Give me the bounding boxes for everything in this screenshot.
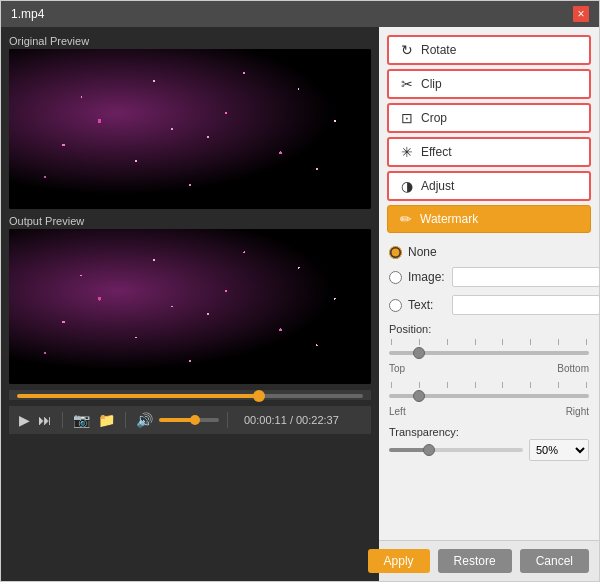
adjust-icon: ◑	[399, 178, 415, 194]
output-video-bg	[9, 229, 371, 384]
text-radio-row: Text: T ▦	[389, 295, 589, 315]
lr-labels: Left Right	[389, 406, 589, 417]
tick-lr-5	[502, 382, 503, 388]
top-label: Top	[389, 363, 405, 374]
watermark-panel: None Image: ... Text: T	[379, 237, 599, 540]
time-current: 00:00:11	[244, 414, 287, 426]
restore-button[interactable]: Restore	[438, 549, 512, 573]
left-panel: Original Preview Output Preview	[1, 27, 379, 581]
text-label[interactable]: Text:	[408, 298, 446, 312]
time-display: 00:00:11 / 00:22:37	[244, 414, 339, 426]
image-radio[interactable]	[389, 271, 402, 284]
position-tb-slider[interactable]	[389, 351, 589, 355]
none-radio-row: None	[389, 245, 589, 259]
clip-icon: ✂	[399, 76, 415, 92]
tb-labels: Top Bottom	[389, 363, 589, 374]
rotate-button[interactable]: ↻ Rotate	[387, 35, 591, 65]
time-total: 00:22:37	[296, 414, 339, 426]
crop-button[interactable]: ⊡ Crop	[387, 103, 591, 133]
tick-lr-3	[447, 382, 448, 388]
adjust-label: Adjust	[421, 179, 454, 193]
divider-1	[62, 412, 63, 428]
play-button[interactable]: ▶	[17, 410, 32, 430]
watermark-icon: ✏	[398, 211, 414, 227]
output-preview-section: Output Preview	[9, 215, 371, 384]
position-lr-slider[interactable]	[389, 394, 589, 398]
transparency-section: Transparency: 50%	[389, 425, 589, 461]
tick-5	[502, 339, 503, 345]
progress-area	[9, 390, 371, 400]
transparency-thumb	[423, 444, 435, 456]
original-sparkles	[9, 49, 371, 209]
none-label[interactable]: None	[408, 245, 446, 259]
position-label: Position:	[389, 323, 589, 335]
clip-label: Clip	[421, 77, 442, 91]
right-panel: ↻ Rotate ✂ Clip ⊡ Crop ✳ Effect ◑ Adju	[379, 27, 599, 581]
tick-lr-2	[419, 382, 420, 388]
position-lr-thumb	[413, 390, 425, 402]
tick-2	[419, 339, 420, 345]
close-button[interactable]: ×	[573, 6, 589, 22]
tick-lr-1	[391, 382, 392, 388]
tick-8	[586, 339, 587, 345]
left-label: Left	[389, 406, 406, 417]
none-radio[interactable]	[389, 246, 402, 259]
transparency-label: Transparency:	[389, 426, 459, 438]
output-video-preview	[9, 229, 371, 384]
tick-3	[447, 339, 448, 345]
transparency-select[interactable]: 50%	[529, 439, 589, 461]
position-section: Position:	[389, 323, 589, 417]
progress-thumb	[253, 390, 265, 402]
volume-slider[interactable]	[159, 418, 219, 422]
time-separator: /	[287, 414, 296, 426]
position-lr-slider-wrap	[389, 382, 589, 404]
right-label: Right	[566, 406, 589, 417]
effect-icon: ✳	[399, 144, 415, 160]
tick-6	[530, 339, 531, 345]
original-video-bg	[9, 49, 371, 209]
progress-slider[interactable]	[17, 394, 363, 398]
position-tb-thumb	[413, 347, 425, 359]
main-content: Original Preview Output Preview	[1, 27, 599, 581]
cancel-button[interactable]: Cancel	[520, 549, 589, 573]
effect-button[interactable]: ✳ Effect	[387, 137, 591, 167]
folder-button[interactable]: 📁	[96, 410, 117, 430]
tick-lr-7	[558, 382, 559, 388]
clip-button[interactable]: ✂ Clip	[387, 69, 591, 99]
apply-button[interactable]: Apply	[368, 549, 430, 573]
fast-forward-button[interactable]: ⏭	[36, 410, 54, 430]
divider-2	[125, 412, 126, 428]
transparency-slider[interactable]	[389, 448, 523, 452]
position-tb-slider-wrap	[389, 339, 589, 361]
bottom-label: Bottom	[557, 363, 589, 374]
tick-7	[558, 339, 559, 345]
snapshot-button[interactable]: 📷	[71, 410, 92, 430]
image-radio-row: Image: ...	[389, 267, 589, 287]
image-label[interactable]: Image:	[408, 270, 446, 284]
controls-bar: ▶ ⏭ 📷 📁 🔊 00:00:11 / 00:22:37	[9, 406, 371, 434]
original-preview-section: Original Preview	[9, 35, 371, 209]
text-input[interactable]	[452, 295, 599, 315]
output-sparkles	[9, 229, 371, 384]
output-label: Output Preview	[9, 215, 371, 227]
adjust-button[interactable]: ◑ Adjust	[387, 171, 591, 201]
text-radio[interactable]	[389, 299, 402, 312]
tick-marks-tb	[389, 339, 589, 345]
tick-lr-6	[530, 382, 531, 388]
rotate-label: Rotate	[421, 43, 456, 57]
image-input[interactable]	[452, 267, 599, 287]
window-title: 1.mp4	[11, 7, 44, 21]
original-video-preview	[9, 49, 371, 209]
tick-marks-lr	[389, 382, 589, 388]
volume-button[interactable]: 🔊	[134, 410, 155, 430]
bottom-buttons: Apply Restore Cancel	[379, 540, 599, 581]
watermark-label: Watermark	[420, 212, 478, 226]
effect-label: Effect	[421, 145, 451, 159]
tool-buttons: ↻ Rotate ✂ Clip ⊡ Crop ✳ Effect ◑ Adju	[379, 27, 599, 237]
rotate-icon: ↻	[399, 42, 415, 58]
tick-lr-8	[586, 382, 587, 388]
watermark-button[interactable]: ✏ Watermark	[387, 205, 591, 233]
divider-3	[227, 412, 228, 428]
crop-label: Crop	[421, 111, 447, 125]
tick-lr-4	[475, 382, 476, 388]
